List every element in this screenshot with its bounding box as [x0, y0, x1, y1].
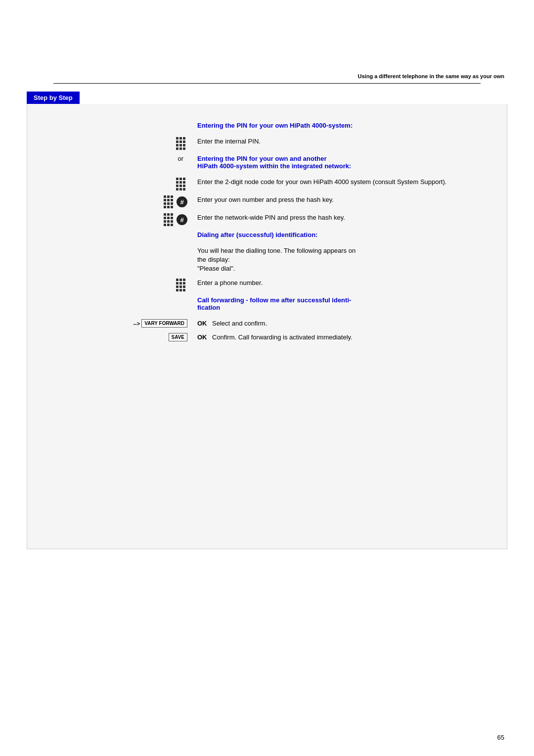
instr3-left: # [27, 195, 195, 208]
vary-forward-key: VARY FORWARD [141, 319, 187, 328]
ok-label-8: OK [197, 333, 208, 341]
header-title: Using a different telephone in the same … [358, 73, 504, 79]
instr8-right: OK Confirm. Call forwarding is activated… [195, 333, 507, 342]
section3-heading: Dialing after (successful) identificatio… [197, 231, 507, 238]
save-key: SAVE [169, 333, 188, 341]
keypad-icon-6 [176, 279, 185, 291]
section4-heading: Call forwarding - follow me after succes… [197, 296, 507, 311]
or-label: or [178, 155, 183, 162]
section1: Entering the PIN for your own HiPath 400… [27, 122, 507, 150]
instr7-left: --> VARY FORWARD [27, 319, 195, 328]
keypad-icon-1 [176, 137, 185, 150]
instr4-text: Enter the network-wide PIN and press the… [195, 213, 507, 222]
section1-right: Entering the PIN for your own HiPath 400… [195, 122, 507, 132]
section2-heading-row: or Entering the PIN for your own and ano… [27, 155, 507, 173]
instr8-text: Confirm. Call forwarding is activated im… [212, 333, 353, 342]
keypad-icon-3 [164, 195, 173, 208]
section3-heading-row: Dialing after (successful) identificatio… [27, 231, 507, 241]
main-content: Step by Step Entering the PIN for your o… [27, 92, 507, 716]
keypad-icon-2 [176, 178, 185, 190]
section4: Call forwarding - follow me after succes… [27, 296, 507, 342]
keypad-icon-4 [164, 213, 173, 226]
section3: Dialing after (successful) identificatio… [27, 231, 507, 291]
instr6-text: Enter a phone number. [195, 279, 507, 287]
vary-forward-arrow: --> [133, 321, 141, 327]
instr2-left [27, 178, 195, 190]
header-rule [53, 83, 481, 84]
ok-label-7: OK [197, 320, 208, 327]
hash-icon-3: # [177, 196, 187, 207]
keypad-hash-4: # [162, 213, 187, 226]
section4-heading-row: Call forwarding - follow me after succes… [27, 296, 507, 314]
instr3-row: # Enter your own number and press the ha… [27, 195, 507, 208]
section2-left: or [27, 155, 195, 162]
instr3-text: Enter your own number and press the hash… [195, 195, 507, 204]
section2-heading: Entering the PIN for your own and anothe… [197, 155, 507, 170]
instr7-text: Select and confirm. [212, 319, 267, 328]
instr7-right: OK Select and confirm. [195, 319, 507, 328]
instr5-row: You will hear the dialling tone. The fol… [27, 246, 507, 274]
instr1-text: Enter the internal PIN. [195, 137, 507, 146]
section2-right: Entering the PIN for your own and anothe… [195, 155, 507, 173]
keypad-hash-3: # [162, 195, 187, 208]
section4-right: Call forwarding - follow me after succes… [195, 296, 507, 314]
instr6-left [27, 279, 195, 291]
instr2-text: Enter the 2-digit node code for your own… [195, 178, 507, 187]
instr1-left [27, 137, 195, 150]
instr4-left: # [27, 213, 195, 226]
instr2-row: Enter the 2-digit node code for your own… [27, 178, 507, 190]
hash-icon-4: # [177, 214, 187, 225]
section3-right: Dialing after (successful) identificatio… [195, 231, 507, 241]
page-container: Using a different telephone in the same … [0, 0, 534, 756]
section2: or Entering the PIN for your own and ano… [27, 155, 507, 226]
instr6-row: Enter a phone number. [27, 279, 507, 291]
instr1-row: Enter the internal PIN. [27, 137, 507, 150]
instr8-left: SAVE [27, 333, 195, 341]
page-number: 65 [497, 734, 504, 741]
instr4-row: # Enter the network-wide PIN and press t… [27, 213, 507, 226]
content-box: Entering the PIN for your own HiPath 400… [27, 104, 507, 549]
instr8-row: SAVE OK Confirm. Call forwarding is acti… [27, 333, 507, 342]
step-by-step-label: Step by Step [27, 92, 80, 104]
section1-heading: Entering the PIN for your own HiPath 400… [197, 122, 507, 129]
section1-heading-row: Entering the PIN for your own HiPath 400… [27, 122, 507, 132]
instr5-text: You will hear the dialling tone. The fol… [195, 246, 507, 274]
instr7-row: --> VARY FORWARD OK Select and confirm. [27, 319, 507, 328]
